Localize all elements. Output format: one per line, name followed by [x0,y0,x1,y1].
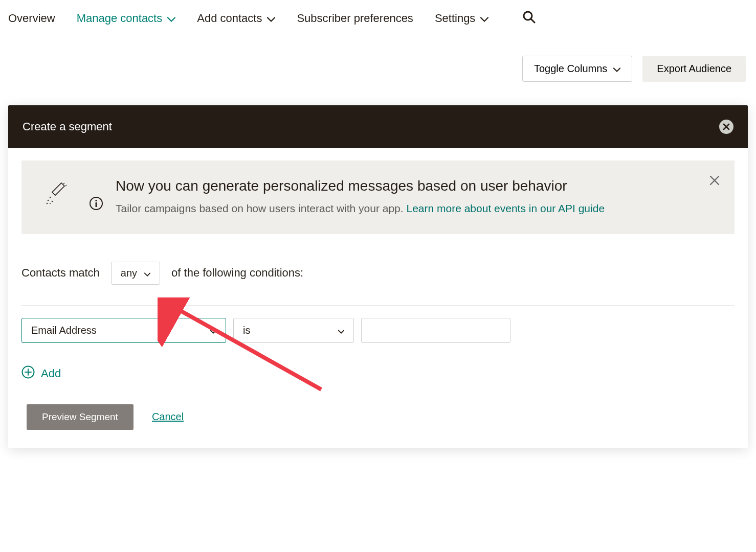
nav-add-contacts[interactable]: Add contacts [197,12,275,25]
create-segment-panel: Create a segment [8,105,748,448]
nav-subscriber-preferences[interactable]: Subscriber preferences [297,12,413,25]
info-icon [89,178,103,213]
match-conditions-row: Contacts match any of the following cond… [21,262,735,306]
chevron-down-icon [210,325,216,336]
banner-heading: Now you can generate personalized messag… [116,178,605,194]
info-banner: Now you can generate personalized messag… [21,160,735,234]
nav-manage-contacts[interactable]: Manage contacts [77,12,176,25]
svg-rect-9 [96,202,97,207]
banner-learn-more-link[interactable]: Learn more about events in our API guide [406,202,605,214]
audience-toolbar: Toggle Columns Export Audience [0,35,756,82]
svg-point-2 [50,197,51,198]
condition-operator-value: is [243,325,250,336]
nav-label: Settings [435,12,476,25]
match-post-label: of the following conditions: [171,266,303,280]
match-pre-label: Contacts match [21,266,100,280]
button-label: Toggle Columns [534,63,607,75]
svg-point-4 [52,201,53,202]
plus-circle-icon [21,365,35,382]
toggle-columns-button[interactable]: Toggle Columns [522,56,632,82]
svg-point-8 [95,200,97,201]
chevron-down-icon [480,12,488,25]
condition-value-input[interactable] [361,318,510,343]
nav-label: Add contacts [197,12,262,25]
nav-label: Overview [8,12,55,25]
add-condition-button[interactable]: Add [21,365,61,382]
svg-point-6 [50,203,51,204]
chevron-down-icon [613,63,620,75]
hand-sprinkle-icon [36,178,77,205]
cancel-link[interactable]: Cancel [152,411,184,423]
match-mode-value: any [121,267,137,279]
svg-line-1 [531,19,535,23]
add-label: Add [41,367,61,380]
chevron-down-icon [167,12,175,25]
svg-point-5 [47,203,48,204]
match-mode-select[interactable]: any [111,262,160,285]
nav-label: Subscriber preferences [297,12,413,25]
panel-title: Create a segment [23,120,112,133]
chevron-down-icon [267,12,275,25]
panel-footer: Preview Segment Cancel [27,404,735,430]
banner-close-button[interactable] [709,175,720,188]
svg-point-3 [48,200,49,201]
nav-label: Manage contacts [77,12,163,25]
condition-field-value: Email Address [31,325,97,336]
condition-field-select[interactable]: Email Address [21,318,226,343]
banner-body: Tailor campaigns based on how users inte… [116,202,406,214]
close-panel-button[interactable] [719,120,733,134]
export-audience-button[interactable]: Export Audience [642,56,746,82]
button-label: Preview Segment [42,411,118,422]
panel-header: Create a segment [8,105,748,148]
close-icon [709,175,720,186]
search-icon[interactable] [522,10,536,27]
chevron-down-icon [144,267,150,279]
button-label: Export Audience [657,63,731,75]
condition-operator-select[interactable]: is [233,318,354,343]
close-icon [722,123,730,131]
nav-settings[interactable]: Settings [435,12,489,25]
preview-segment-button[interactable]: Preview Segment [27,404,134,430]
condition-row: Email Address is [21,318,735,343]
banner-text: Now you can generate personalized messag… [116,178,605,217]
chevron-down-icon [338,325,344,336]
main-nav: Overview Manage contacts Add contacts Su… [0,0,756,35]
nav-overview[interactable]: Overview [8,12,55,25]
